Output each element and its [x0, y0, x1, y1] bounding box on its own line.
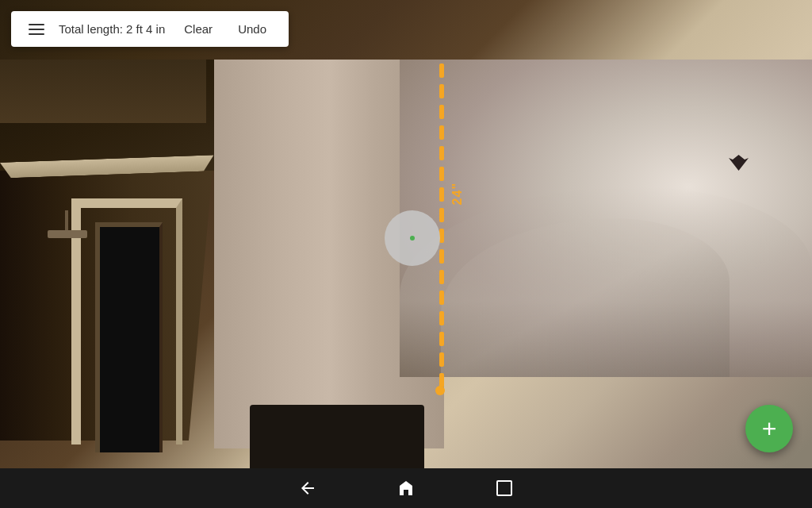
bottom-nav — [0, 468, 812, 508]
ceiling-detail — [0, 60, 206, 123]
dash-segment — [439, 146, 444, 160]
art-content — [400, 60, 812, 377]
menu-line-3 — [29, 33, 44, 35]
dash-segment — [439, 249, 444, 264]
dash-segment — [439, 64, 444, 78]
recents-icon — [495, 479, 514, 498]
art-frame — [400, 60, 812, 377]
undo-button[interactable]: Undo — [232, 19, 273, 39]
measurement-label: 24" — [450, 183, 465, 205]
light-fixture — [48, 230, 87, 238]
furniture — [250, 405, 424, 468]
menu-line-2 — [29, 29, 44, 30]
svg-rect-0 — [497, 481, 511, 495]
dash-segment — [439, 125, 444, 140]
dash-segment — [439, 105, 444, 119]
endpoint-bottom[interactable] — [435, 386, 445, 395]
menu-line-1 — [29, 24, 44, 25]
clear-button[interactable]: Clear — [178, 19, 219, 39]
drag-handle-dot — [410, 236, 415, 241]
menu-icon[interactable] — [27, 22, 46, 37]
door-frame — [95, 222, 163, 452]
app-container: 24" + Total length: 2 ft 4 in Clear Undo — [0, 0, 812, 508]
camera-view: 24" + — [0, 0, 812, 508]
top-bar: Total length: 2 ft 4 in Clear Undo — [11, 11, 289, 47]
recents-button[interactable] — [495, 479, 514, 498]
dash-segment — [439, 352, 444, 367]
dash-segment — [439, 208, 444, 222]
add-measurement-button[interactable]: + — [745, 405, 793, 452]
measurement-line — [440, 64, 443, 397]
dash-segment — [439, 270, 444, 284]
dash-segment — [439, 167, 444, 181]
back-icon — [298, 479, 317, 498]
drag-handle[interactable] — [385, 210, 440, 266]
dash-segment — [439, 84, 444, 98]
dash-segment — [439, 291, 444, 305]
back-button[interactable] — [298, 479, 317, 498]
dash-segment — [439, 311, 444, 325]
home-icon — [396, 479, 416, 498]
home-button[interactable] — [396, 479, 416, 498]
dash-segment — [439, 187, 444, 202]
total-length-label: Total length: 2 ft 4 in — [59, 22, 165, 36]
dash-segment — [439, 332, 444, 346]
plus-icon: + — [762, 416, 777, 441]
art-bird-icon — [729, 155, 749, 171]
